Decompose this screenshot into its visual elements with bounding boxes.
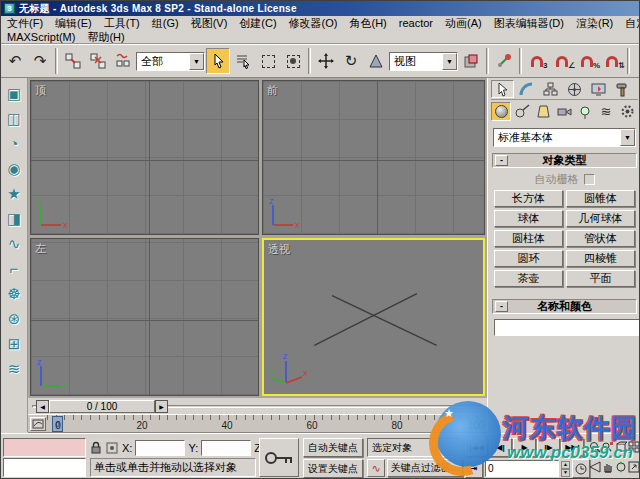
- field-of-view-button[interactable]: [588, 457, 601, 477]
- viewport-left-label[interactable]: 左: [35, 241, 46, 256]
- reactor-hinge-button[interactable]: ⌐: [3, 256, 25, 281]
- play-button[interactable]: ▶: [513, 438, 536, 457]
- select-and-link-button[interactable]: [61, 48, 85, 74]
- go-to-end-button[interactable]: ▶▶|: [561, 438, 584, 457]
- time-slider-prev-button[interactable]: ◀: [36, 400, 49, 413]
- title-bar[interactable]: 3 无标题 - Autodesk 3ds Max 8 SP2 - Stand-a…: [1, 1, 640, 16]
- reactor-plane-button[interactable]: ◨: [3, 206, 25, 231]
- menu-edit[interactable]: 编辑(E): [49, 16, 98, 30]
- object-name-input[interactable]: [494, 319, 640, 336]
- open-mini-curve-editor-button[interactable]: [30, 417, 46, 431]
- cone-button[interactable]: 圆锥体: [566, 190, 635, 207]
- plane-button[interactable]: 平面: [566, 270, 635, 287]
- reference-coordsys-dropdown[interactable]: 视图 ▼: [389, 52, 458, 71]
- menu-reactor[interactable]: reactor: [393, 16, 439, 30]
- soft-body-collection-button[interactable]: ◔: [3, 131, 25, 156]
- autogrid-checkbox[interactable]: [584, 174, 595, 185]
- menu-views[interactable]: 视图(V): [185, 16, 234, 30]
- named-selection-sets-button[interactable]: {: [633, 48, 640, 74]
- menu-maxscript[interactable]: MAXScript(M): [1, 30, 81, 44]
- menu-customize[interactable]: 自定义(U): [619, 16, 640, 30]
- arc-rotate-button[interactable]: [614, 457, 627, 477]
- viewport-front-label[interactable]: 前: [267, 83, 278, 98]
- category-space-warps[interactable]: ≋: [596, 102, 616, 121]
- select-and-manipulate-button[interactable]: [492, 48, 516, 74]
- viewport-front[interactable]: 前 ZX: [262, 80, 485, 235]
- key-mode-toggle-button[interactable]: ⇥: [465, 459, 483, 478]
- pyramid-button[interactable]: 四棱锥: [566, 250, 635, 267]
- set-keys-button[interactable]: [259, 438, 299, 477]
- reactor-motor-button[interactable]: ☸: [3, 281, 25, 306]
- next-frame-button[interactable]: |▶: [537, 438, 560, 457]
- zoom-extents-all-button[interactable]: [627, 437, 640, 457]
- zoom-extents-button[interactable]: [614, 437, 627, 457]
- window-crossing-button[interactable]: [281, 48, 305, 74]
- category-lights[interactable]: [533, 102, 553, 121]
- reactor-water-button[interactable]: ≋: [3, 356, 25, 381]
- selection-filter-dropdown[interactable]: 全部 ▼: [136, 52, 205, 71]
- go-to-start-button[interactable]: |◀◀: [465, 438, 488, 457]
- x-coordinate-input[interactable]: [135, 440, 185, 456]
- category-cameras[interactable]: [554, 102, 574, 121]
- spinner-snap-button[interactable]: ⇅: [600, 48, 624, 74]
- select-and-move-button[interactable]: [314, 48, 338, 74]
- tab-hierarchy[interactable]: [539, 80, 562, 98]
- category-systems[interactable]: [617, 102, 637, 121]
- time-slider-value[interactable]: 0 / 100: [49, 400, 155, 413]
- maxscript-mini-listener-white[interactable]: [3, 458, 86, 477]
- teapot-button[interactable]: 茶壶: [494, 270, 563, 287]
- tab-utilities[interactable]: [611, 80, 634, 98]
- y-coordinate-input[interactable]: [201, 440, 251, 456]
- menu-graph-editors[interactable]: 图表编辑器(D): [488, 16, 570, 30]
- viewport-top-label[interactable]: 顶: [35, 83, 46, 98]
- rope-collection-button[interactable]: ◉: [3, 156, 25, 181]
- deforming-mesh-button[interactable]: ★: [3, 181, 25, 206]
- rigid-body-collection-button[interactable]: ▣: [3, 81, 25, 106]
- zoom-all-button[interactable]: [601, 437, 614, 457]
- menu-rendering[interactable]: 渲染(R): [570, 16, 619, 30]
- undo-button[interactable]: ↶: [3, 48, 27, 74]
- spinner-down-icon[interactable]: ▼: [561, 469, 570, 477]
- torus-button[interactable]: 圆环: [494, 250, 563, 267]
- default-in-out-tangents-button[interactable]: ∿: [367, 459, 385, 477]
- name-color-rollout-header[interactable]: - 名称和颜色: [492, 299, 637, 314]
- set-key-button[interactable]: 设置关键点: [303, 459, 363, 478]
- percent-snap-button[interactable]: %: [575, 48, 599, 74]
- viewport-top[interactable]: 顶 YX: [30, 80, 259, 235]
- geosphere-button[interactable]: 几何球体: [566, 210, 635, 227]
- tab-display[interactable]: [587, 80, 610, 98]
- menu-help[interactable]: 帮助(H): [81, 30, 130, 44]
- tab-create[interactable]: [491, 80, 514, 98]
- reactor-spring-button[interactable]: ∿: [3, 231, 25, 256]
- reactor-wind-button[interactable]: ⊛: [3, 306, 25, 331]
- auto-key-button[interactable]: 自动关键点: [303, 438, 363, 457]
- use-pivot-point-button[interactable]: [459, 48, 483, 74]
- current-frame-input[interactable]: [485, 460, 559, 477]
- select-and-rotate-button[interactable]: ↻: [339, 48, 363, 74]
- tab-motion[interactable]: [563, 80, 586, 98]
- chevron-down-icon[interactable]: ▼: [442, 53, 457, 70]
- unlink-selection-button[interactable]: [86, 48, 110, 74]
- box-button[interactable]: 长方体: [494, 190, 563, 207]
- primitive-category-dropdown[interactable]: 标准基本体 ▼: [493, 128, 636, 147]
- selection-lock-icon[interactable]: [90, 441, 102, 455]
- time-slider-next-button[interactable]: ▶: [155, 400, 168, 413]
- cloth-collection-button[interactable]: ◫: [3, 106, 25, 131]
- chevron-down-icon[interactable]: ▼: [620, 129, 635, 146]
- angle-snap-button[interactable]: ∠: [550, 48, 574, 74]
- menu-group[interactable]: 组(G): [146, 16, 185, 30]
- absolute-offset-icon[interactable]: [105, 441, 119, 455]
- tab-modify[interactable]: [515, 80, 538, 98]
- redo-button[interactable]: ↷: [28, 48, 52, 74]
- reactor-toy-car-button[interactable]: ⊞: [3, 331, 25, 356]
- spinner-up-icon[interactable]: ▲: [561, 461, 570, 469]
- select-and-scale-button[interactable]: [364, 48, 388, 74]
- select-by-name-button[interactable]: [231, 48, 255, 74]
- chevron-down-icon[interactable]: ▼: [189, 53, 204, 70]
- track-bar[interactable]: 0 0 20 40 60 80 100: [28, 414, 487, 433]
- category-geometry[interactable]: [491, 102, 511, 121]
- menu-tools[interactable]: 工具(T): [98, 16, 146, 30]
- rectangular-selection-region-button[interactable]: [256, 48, 280, 74]
- selection-set-dropdown[interactable]: 选定对象: [367, 438, 461, 457]
- menu-create[interactable]: 创建(C): [233, 16, 282, 30]
